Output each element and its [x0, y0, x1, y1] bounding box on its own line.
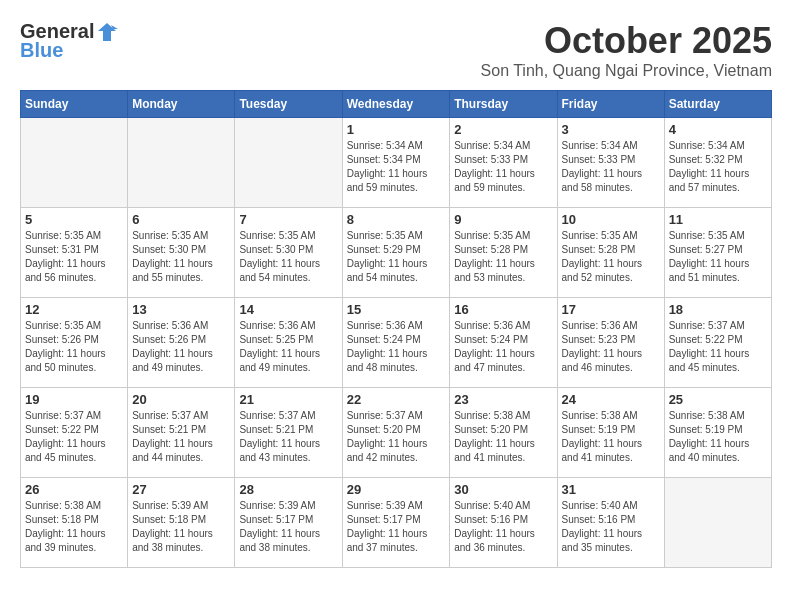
calendar-cell: 18Sunrise: 5:37 AM Sunset: 5:22 PM Dayli…	[664, 298, 771, 388]
day-number: 9	[454, 212, 552, 227]
day-number: 17	[562, 302, 660, 317]
day-info: Sunrise: 5:38 AM Sunset: 5:20 PM Dayligh…	[454, 409, 552, 465]
calendar-table: SundayMondayTuesdayWednesdayThursdayFrid…	[20, 90, 772, 568]
day-info: Sunrise: 5:35 AM Sunset: 5:30 PM Dayligh…	[239, 229, 337, 285]
calendar-cell: 21Sunrise: 5:37 AM Sunset: 5:21 PM Dayli…	[235, 388, 342, 478]
weekday-header-row: SundayMondayTuesdayWednesdayThursdayFrid…	[21, 91, 772, 118]
day-info: Sunrise: 5:40 AM Sunset: 5:16 PM Dayligh…	[454, 499, 552, 555]
day-info: Sunrise: 5:37 AM Sunset: 5:22 PM Dayligh…	[25, 409, 123, 465]
calendar-cell: 30Sunrise: 5:40 AM Sunset: 5:16 PM Dayli…	[450, 478, 557, 568]
day-number: 4	[669, 122, 767, 137]
day-info: Sunrise: 5:36 AM Sunset: 5:24 PM Dayligh…	[454, 319, 552, 375]
calendar-cell: 20Sunrise: 5:37 AM Sunset: 5:21 PM Dayli…	[128, 388, 235, 478]
day-number: 15	[347, 302, 446, 317]
calendar-cell: 2Sunrise: 5:34 AM Sunset: 5:33 PM Daylig…	[450, 118, 557, 208]
calendar-cell: 6Sunrise: 5:35 AM Sunset: 5:30 PM Daylig…	[128, 208, 235, 298]
day-number: 27	[132, 482, 230, 497]
day-info: Sunrise: 5:34 AM Sunset: 5:34 PM Dayligh…	[347, 139, 446, 195]
logo-bird-icon	[96, 21, 118, 43]
day-number: 19	[25, 392, 123, 407]
day-number: 30	[454, 482, 552, 497]
calendar-cell: 13Sunrise: 5:36 AM Sunset: 5:26 PM Dayli…	[128, 298, 235, 388]
day-number: 14	[239, 302, 337, 317]
month-title: October 2025	[481, 20, 772, 62]
calendar-cell: 5Sunrise: 5:35 AM Sunset: 5:31 PM Daylig…	[21, 208, 128, 298]
day-number: 21	[239, 392, 337, 407]
calendar-cell: 25Sunrise: 5:38 AM Sunset: 5:19 PM Dayli…	[664, 388, 771, 478]
day-number: 8	[347, 212, 446, 227]
day-number: 12	[25, 302, 123, 317]
calendar-cell	[128, 118, 235, 208]
calendar-cell: 11Sunrise: 5:35 AM Sunset: 5:27 PM Dayli…	[664, 208, 771, 298]
logo-blue-text: Blue	[20, 39, 63, 62]
day-info: Sunrise: 5:37 AM Sunset: 5:21 PM Dayligh…	[239, 409, 337, 465]
day-number: 20	[132, 392, 230, 407]
weekday-header-wednesday: Wednesday	[342, 91, 450, 118]
day-info: Sunrise: 5:34 AM Sunset: 5:32 PM Dayligh…	[669, 139, 767, 195]
day-info: Sunrise: 5:35 AM Sunset: 5:29 PM Dayligh…	[347, 229, 446, 285]
calendar-week-5: 26Sunrise: 5:38 AM Sunset: 5:18 PM Dayli…	[21, 478, 772, 568]
day-info: Sunrise: 5:39 AM Sunset: 5:18 PM Dayligh…	[132, 499, 230, 555]
calendar-week-3: 12Sunrise: 5:35 AM Sunset: 5:26 PM Dayli…	[21, 298, 772, 388]
calendar-week-4: 19Sunrise: 5:37 AM Sunset: 5:22 PM Dayli…	[21, 388, 772, 478]
calendar-cell	[664, 478, 771, 568]
weekday-header-monday: Monday	[128, 91, 235, 118]
weekday-header-friday: Friday	[557, 91, 664, 118]
weekday-header-sunday: Sunday	[21, 91, 128, 118]
day-info: Sunrise: 5:36 AM Sunset: 5:25 PM Dayligh…	[239, 319, 337, 375]
calendar-cell: 19Sunrise: 5:37 AM Sunset: 5:22 PM Dayli…	[21, 388, 128, 478]
day-number: 13	[132, 302, 230, 317]
day-number: 23	[454, 392, 552, 407]
location-title: Son Tinh, Quang Ngai Province, Vietnam	[481, 62, 772, 80]
day-info: Sunrise: 5:37 AM Sunset: 5:20 PM Dayligh…	[347, 409, 446, 465]
logo: General Blue	[20, 20, 118, 62]
day-info: Sunrise: 5:39 AM Sunset: 5:17 PM Dayligh…	[347, 499, 446, 555]
day-info: Sunrise: 5:40 AM Sunset: 5:16 PM Dayligh…	[562, 499, 660, 555]
day-number: 31	[562, 482, 660, 497]
page-header: General Blue October 2025 Son Tinh, Quan…	[20, 20, 772, 80]
calendar-cell: 1Sunrise: 5:34 AM Sunset: 5:34 PM Daylig…	[342, 118, 450, 208]
calendar-cell: 17Sunrise: 5:36 AM Sunset: 5:23 PM Dayli…	[557, 298, 664, 388]
day-info: Sunrise: 5:35 AM Sunset: 5:27 PM Dayligh…	[669, 229, 767, 285]
calendar-cell: 12Sunrise: 5:35 AM Sunset: 5:26 PM Dayli…	[21, 298, 128, 388]
day-number: 3	[562, 122, 660, 137]
day-info: Sunrise: 5:34 AM Sunset: 5:33 PM Dayligh…	[562, 139, 660, 195]
calendar-week-2: 5Sunrise: 5:35 AM Sunset: 5:31 PM Daylig…	[21, 208, 772, 298]
calendar-cell: 10Sunrise: 5:35 AM Sunset: 5:28 PM Dayli…	[557, 208, 664, 298]
day-info: Sunrise: 5:38 AM Sunset: 5:19 PM Dayligh…	[562, 409, 660, 465]
day-info: Sunrise: 5:35 AM Sunset: 5:28 PM Dayligh…	[454, 229, 552, 285]
title-block: October 2025 Son Tinh, Quang Ngai Provin…	[481, 20, 772, 80]
day-number: 2	[454, 122, 552, 137]
day-info: Sunrise: 5:38 AM Sunset: 5:19 PM Dayligh…	[669, 409, 767, 465]
calendar-cell: 28Sunrise: 5:39 AM Sunset: 5:17 PM Dayli…	[235, 478, 342, 568]
day-number: 26	[25, 482, 123, 497]
calendar-cell	[21, 118, 128, 208]
calendar-cell	[235, 118, 342, 208]
day-number: 22	[347, 392, 446, 407]
calendar-cell: 31Sunrise: 5:40 AM Sunset: 5:16 PM Dayli…	[557, 478, 664, 568]
day-number: 16	[454, 302, 552, 317]
day-info: Sunrise: 5:36 AM Sunset: 5:23 PM Dayligh…	[562, 319, 660, 375]
day-info: Sunrise: 5:35 AM Sunset: 5:30 PM Dayligh…	[132, 229, 230, 285]
weekday-header-thursday: Thursday	[450, 91, 557, 118]
day-info: Sunrise: 5:34 AM Sunset: 5:33 PM Dayligh…	[454, 139, 552, 195]
day-info: Sunrise: 5:36 AM Sunset: 5:26 PM Dayligh…	[132, 319, 230, 375]
day-number: 1	[347, 122, 446, 137]
weekday-header-tuesday: Tuesday	[235, 91, 342, 118]
calendar-cell: 27Sunrise: 5:39 AM Sunset: 5:18 PM Dayli…	[128, 478, 235, 568]
calendar-cell: 15Sunrise: 5:36 AM Sunset: 5:24 PM Dayli…	[342, 298, 450, 388]
day-info: Sunrise: 5:35 AM Sunset: 5:28 PM Dayligh…	[562, 229, 660, 285]
day-info: Sunrise: 5:35 AM Sunset: 5:26 PM Dayligh…	[25, 319, 123, 375]
day-info: Sunrise: 5:37 AM Sunset: 5:21 PM Dayligh…	[132, 409, 230, 465]
day-number: 28	[239, 482, 337, 497]
calendar-cell: 22Sunrise: 5:37 AM Sunset: 5:20 PM Dayli…	[342, 388, 450, 478]
day-number: 10	[562, 212, 660, 227]
calendar-cell: 8Sunrise: 5:35 AM Sunset: 5:29 PM Daylig…	[342, 208, 450, 298]
day-info: Sunrise: 5:35 AM Sunset: 5:31 PM Dayligh…	[25, 229, 123, 285]
day-number: 24	[562, 392, 660, 407]
day-number: 11	[669, 212, 767, 227]
svg-marker-0	[98, 23, 116, 41]
day-number: 25	[669, 392, 767, 407]
calendar-cell: 23Sunrise: 5:38 AM Sunset: 5:20 PM Dayli…	[450, 388, 557, 478]
calendar-cell: 26Sunrise: 5:38 AM Sunset: 5:18 PM Dayli…	[21, 478, 128, 568]
